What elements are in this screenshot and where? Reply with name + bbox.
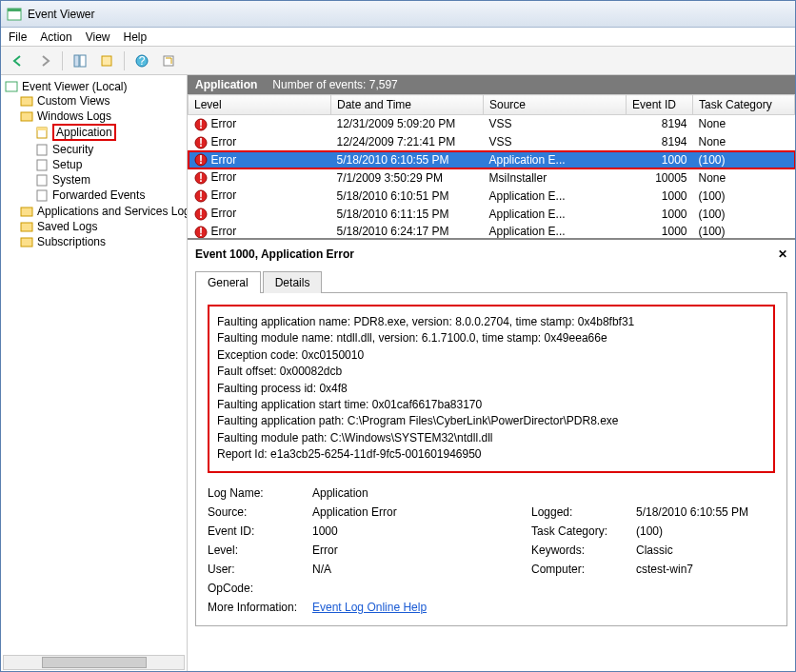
col-taskcat[interactable]: Task Category bbox=[693, 95, 795, 115]
svg-rect-16 bbox=[37, 190, 47, 201]
header-count: Number of events: 7,597 bbox=[272, 78, 397, 91]
col-eventid[interactable]: Event ID bbox=[627, 95, 693, 115]
svg-rect-8 bbox=[6, 82, 17, 91]
svg-rect-2 bbox=[74, 55, 79, 67]
svg-rect-19 bbox=[21, 238, 32, 247]
svg-rect-4 bbox=[102, 56, 111, 66]
error-icon: ! bbox=[194, 153, 208, 167]
tree-application-label: Application bbox=[52, 124, 116, 141]
tree-custom-views[interactable]: Custom Views bbox=[20, 94, 185, 108]
tree-windows-logs[interactable]: Windows Logs bbox=[20, 109, 185, 123]
svg-rect-13 bbox=[37, 145, 47, 155]
tree-hscrollbar[interactable] bbox=[3, 655, 185, 670]
table-row[interactable]: !Error5/18/2010 6:11:15 PMApplication E.… bbox=[189, 205, 795, 223]
detail-meta: Log Name: Application Source: Applicatio… bbox=[208, 486, 775, 614]
detail-pane: Event 1000, Application Error ✕ General … bbox=[188, 239, 795, 672]
svg-rect-15 bbox=[37, 175, 47, 186]
tree-root[interactable]: Event Viewer (Local) bbox=[5, 80, 185, 93]
tree-system[interactable]: System bbox=[35, 173, 185, 187]
tree-saved-logs[interactable]: Saved Logs bbox=[20, 220, 185, 233]
properties-button[interactable] bbox=[95, 49, 118, 72]
event-grid[interactable]: Level Date and Time Source Event ID Task… bbox=[188, 94, 795, 239]
help-button[interactable]: ? bbox=[130, 49, 153, 72]
tree-forwarded[interactable]: Forwarded Events bbox=[35, 188, 185, 202]
error-icon: ! bbox=[194, 136, 208, 149]
svg-text:!: ! bbox=[199, 226, 203, 239]
svg-rect-10 bbox=[21, 112, 32, 121]
titlebar: Event Viewer bbox=[1, 1, 795, 28]
svg-rect-3 bbox=[80, 55, 86, 67]
svg-rect-12 bbox=[37, 128, 47, 130]
menu-view[interactable]: View bbox=[86, 30, 110, 44]
error-icon: ! bbox=[194, 189, 208, 203]
header-title: Application bbox=[195, 78, 257, 91]
svg-text:!: ! bbox=[199, 136, 203, 149]
tab-general[interactable]: General bbox=[195, 271, 261, 293]
table-row[interactable]: !Error5/18/2010 6:24:17 PMApplication E.… bbox=[189, 223, 795, 239]
online-help-link[interactable]: Event Log Online Help bbox=[312, 601, 427, 614]
svg-text:!: ! bbox=[199, 171, 203, 185]
detail-title: Event 1000, Application Error bbox=[195, 247, 354, 261]
svg-text:?: ? bbox=[139, 54, 146, 68]
tree-security[interactable]: Security bbox=[35, 143, 185, 156]
svg-text:!: ! bbox=[199, 153, 203, 167]
tree-setup[interactable]: Setup bbox=[35, 158, 185, 171]
col-level[interactable]: Level bbox=[189, 95, 331, 115]
menu-help[interactable]: Help bbox=[124, 30, 148, 44]
svg-text:!: ! bbox=[199, 189, 203, 203]
menubar: File Action View Help bbox=[1, 28, 795, 47]
refresh-button[interactable] bbox=[157, 49, 180, 72]
table-row[interactable]: !Error12/24/2009 7:21:41 PMVSS8194None bbox=[189, 133, 795, 151]
tree-application[interactable]: Application bbox=[35, 124, 185, 141]
show-tree-button[interactable] bbox=[69, 49, 91, 72]
svg-text:!: ! bbox=[199, 118, 203, 131]
col-source[interactable]: Source bbox=[484, 95, 627, 115]
error-icon: ! bbox=[194, 171, 208, 185]
tree-subscriptions[interactable]: Subscriptions bbox=[20, 235, 185, 248]
tab-details[interactable]: Details bbox=[263, 271, 323, 293]
menu-action[interactable]: Action bbox=[40, 30, 71, 44]
close-icon[interactable]: ✕ bbox=[778, 247, 787, 261]
menu-file[interactable]: File bbox=[9, 30, 27, 44]
error-icon: ! bbox=[194, 208, 208, 221]
error-icon: ! bbox=[194, 226, 208, 239]
tree-root-label: Event Viewer (Local) bbox=[22, 80, 128, 93]
error-icon: ! bbox=[194, 118, 208, 131]
svg-rect-1 bbox=[8, 9, 21, 11]
svg-text:!: ! bbox=[199, 208, 203, 221]
svg-rect-17 bbox=[21, 208, 32, 216]
content-header: Application Number of events: 7,597 bbox=[188, 75, 795, 94]
table-row[interactable]: !Error7/1/2009 3:50:29 PMMsiInstaller100… bbox=[189, 168, 795, 187]
table-row[interactable]: !Error5/18/2010 6:10:55 PMApplication E.… bbox=[189, 151, 795, 169]
svg-rect-9 bbox=[21, 97, 32, 106]
table-row[interactable]: !Error5/18/2010 6:10:51 PMApplication E.… bbox=[189, 187, 795, 205]
back-button[interactable] bbox=[7, 49, 30, 72]
table-row[interactable]: !Error12/31/2009 5:09:20 PMVSS8194None bbox=[189, 115, 795, 133]
tree-app-services[interactable]: Applications and Services Logs bbox=[20, 205, 185, 218]
svg-rect-18 bbox=[21, 223, 32, 231]
forward-button[interactable] bbox=[33, 49, 56, 72]
tree-pane: Event Viewer (Local) Custom Views Window… bbox=[1, 75, 188, 672]
col-datetime[interactable]: Date and Time bbox=[331, 95, 484, 115]
svg-rect-14 bbox=[37, 160, 47, 170]
detail-textbox: Faulting application name: PDR8.exe, ver… bbox=[208, 305, 775, 473]
toolbar: ? bbox=[1, 47, 795, 75]
app-icon bbox=[7, 7, 22, 22]
window-title: Event Viewer bbox=[28, 8, 94, 21]
